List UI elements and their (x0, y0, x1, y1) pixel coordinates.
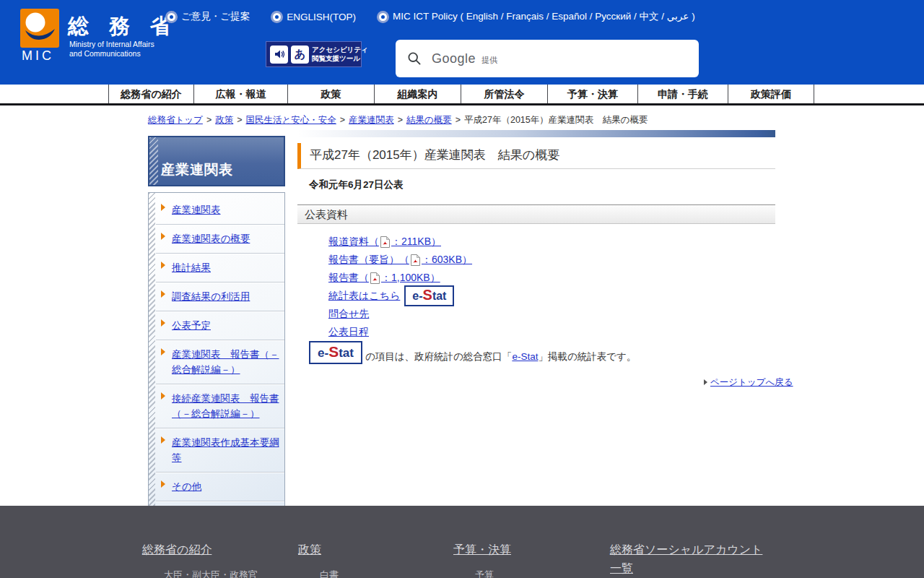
pdf-icon (370, 272, 380, 284)
circle-marker-icon (167, 13, 175, 21)
press-release-pdf-link[interactable]: 報道資料（：211KB） (328, 236, 441, 249)
breadcrumb: 総務省トップ>政策>国民生活と安心・安全>産業連関表>結果の概要>平成27年（2… (148, 114, 648, 126)
content-gradient-bar (297, 130, 775, 137)
breadcrumb-link-results-overview[interactable]: 結果の概要 (406, 115, 452, 125)
speaker-icon (270, 46, 288, 64)
footer-heading-social-accounts[interactable]: 総務省ソーシャルアカウント一覧 (610, 543, 762, 574)
footer-col-budget: 予算・決算 予算 (453, 540, 511, 578)
footer-heading-policies[interactable]: 政策 (298, 543, 321, 556)
sidebar-menu: 産業連関表 産業連関表の概要 推計結果 調査結果の利活用 公表予定 産業連関表 … (148, 192, 285, 533)
published-materials-links: 報道資料（：211KB） 報告書（要旨）（：603KB） 報告書（：1,100K… (328, 233, 472, 341)
estat-logo-badge: e-Stat (309, 341, 362, 364)
statistics-tables-link[interactable]: 統計表はこちら (328, 290, 400, 303)
sidebar-item-report[interactable]: 産業連関表 報告書（－総合解説編－） (156, 340, 284, 384)
nav-item-policies[interactable]: 政策 (287, 85, 374, 103)
site-footer: 総務省の紹介 大臣・副大臣・政務官 政策 白書 予算・決算 予算 総務省ソーシャ… (0, 506, 924, 578)
ministry-title: 総 務 省 (68, 12, 178, 41)
pdf-icon (411, 254, 420, 266)
site-header: MIC 総 務 省 Ministry of Internal Affairs a… (0, 0, 924, 85)
report-summary-pdf-link[interactable]: 報告書（要旨）（：603KB） (328, 254, 472, 267)
contact-link[interactable]: 問合せ先 (328, 308, 369, 321)
pdf-icon (380, 236, 390, 248)
footer-col-policies: 政策 白書 (298, 540, 339, 578)
estat-logo-button[interactable]: e-Stat (404, 285, 454, 306)
english-top-link[interactable]: ENGLISH(TOP) (273, 12, 356, 22)
back-to-top-link[interactable]: ページトップへ戻る (704, 376, 776, 389)
footer-col-social-accounts: 総務省ソーシャルアカウント一覧 (610, 540, 769, 578)
estat-note-text: の項目は、政府統計の総合窓口「e-Stat」掲載の統計表です。 (365, 350, 636, 363)
sidebar-item-others[interactable]: その他 (156, 473, 284, 501)
sidebar-item-release-schedule[interactable]: 公表予定 (156, 311, 284, 340)
google-brand-label: Google (432, 51, 476, 66)
accessibility-tool-button[interactable]: あ アクセシビリティ 閲覧支援ツール (266, 41, 362, 67)
breadcrumb-link-daily-life[interactable]: 国民生活と安心・安全 (246, 115, 336, 125)
sidebar-item-basic-guidelines[interactable]: 産業連関表作成基本要綱等 (156, 428, 284, 473)
search-icon (407, 51, 422, 66)
report-pdf-link[interactable]: 報告書（：1,100KB） (328, 272, 440, 285)
triangle-bullet-icon (704, 379, 707, 385)
site-search-input[interactable]: Google 提供 (396, 40, 699, 77)
page-title: 平成27年（2015年）産業連関表 結果の概要 (297, 143, 775, 169)
sidebar-item-io-tables[interactable]: 産業連関表 (156, 196, 284, 225)
link-row-contact: 問合せ先 (328, 305, 472, 323)
publish-date: 令和元年6月27日公表 (309, 178, 404, 191)
breadcrumb-link-io-tables[interactable]: 産業連関表 (349, 115, 394, 125)
release-schedule-link[interactable]: 公表日程 (328, 326, 369, 339)
link-row-press-release: 報道資料（：211KB） (328, 233, 472, 251)
ministry-subtitle: Ministry of Internal Affairs and Communi… (69, 40, 154, 59)
sidebar-title: 産業連関表 (161, 160, 233, 179)
link-row-report-summary: 報告書（要旨）（：603KB） (328, 251, 472, 269)
footer-heading-about[interactable]: 総務省の紹介 (142, 543, 212, 556)
link-row-release-schedule: 公表日程 (328, 323, 472, 341)
mic-ict-policy-link[interactable]: MIC ICT Policy ( English / Français / Es… (379, 10, 695, 23)
triangle-bullet-icon (161, 290, 165, 298)
link-row-statistics-tables: 統計表はこちら e-Stat (328, 287, 472, 305)
nav-item-laws[interactable]: 所管法令 (461, 85, 547, 103)
search-provided-by-label: 提供 (481, 55, 497, 66)
sidebar-item-estimation-results[interactable]: 推計結果 (156, 254, 284, 282)
sidebar-item-overview[interactable]: 産業連関表の概要 (156, 225, 284, 254)
section-heading-published-materials: 公表資料 (297, 204, 775, 224)
triangle-bullet-icon (161, 319, 165, 327)
mic-logo-icon (20, 9, 59, 48)
circle-marker-icon (273, 13, 281, 21)
nav-item-budget[interactable]: 予算・決算 (547, 85, 637, 103)
mic-logo[interactable]: MIC 総 務 省 Ministry of Internal Affairs a… (20, 7, 186, 73)
header-top-links: ご意見・ご提案 ENGLISH(TOP) MIC ICT Policy ( En… (167, 10, 695, 23)
sidebar-item-linked-report[interactable]: 接続産業連関表 報告書（－総合解説編－） (156, 384, 284, 428)
triangle-bullet-icon (161, 233, 165, 240)
triangle-bullet-icon (161, 348, 165, 355)
link-row-report: 報告書（：1,100KB） (328, 269, 472, 287)
nav-item-public-relations[interactable]: 広報・報道 (193, 85, 287, 103)
nav-item-applications[interactable]: 申請・手続 (637, 85, 728, 103)
nav-item-policy-evaluation[interactable]: 政策評価 (728, 85, 814, 103)
mic-acronym: MIC (22, 48, 54, 64)
feedback-link[interactable]: ご意見・ご提案 (167, 10, 250, 23)
footer-sub-budget[interactable]: 予算 (453, 569, 511, 578)
circle-marker-icon (379, 13, 387, 21)
triangle-bullet-icon (161, 392, 165, 400)
breadcrumb-link-policies[interactable]: 政策 (215, 115, 233, 125)
sidebar-item-survey-utilization[interactable]: 調査結果の利活用 (156, 282, 284, 311)
nav-item-about[interactable]: 総務省の紹介 (108, 85, 193, 103)
hiragana-a-icon: あ (291, 46, 309, 64)
accessibility-label: アクセシビリティ 閲覧支援ツール (312, 46, 368, 63)
nav-item-organization[interactable]: 組織案内 (374, 85, 461, 103)
sidebar-title-box: 産業連関表 (148, 136, 285, 186)
footer-col-about: 総務省の紹介 大臣・副大臣・政務官 (142, 540, 258, 578)
global-nav: 総務省の紹介 広報・報道 政策 組織案内 所管法令 予算・決算 申請・手続 政策… (0, 85, 924, 105)
estat-text-link[interactable]: e-Stat (512, 351, 538, 362)
footer-sub-whitepaper[interactable]: 白書 (298, 569, 339, 578)
triangle-bullet-icon (161, 204, 165, 211)
breadcrumb-link-home[interactable]: 総務省トップ (148, 115, 203, 125)
footer-sub-ministers[interactable]: 大臣・副大臣・政務官 (142, 569, 258, 578)
footer-heading-budget[interactable]: 予算・決算 (453, 543, 511, 556)
triangle-bullet-icon (161, 436, 165, 444)
estat-note: e-Stat の項目は、政府統計の総合窓口「e-Stat」掲載の統計表です。 (309, 341, 636, 364)
triangle-bullet-icon (161, 480, 165, 488)
triangle-bullet-icon (161, 262, 165, 269)
breadcrumb-current: 平成27年（2015年）産業連関表 結果の概要 (464, 115, 648, 125)
